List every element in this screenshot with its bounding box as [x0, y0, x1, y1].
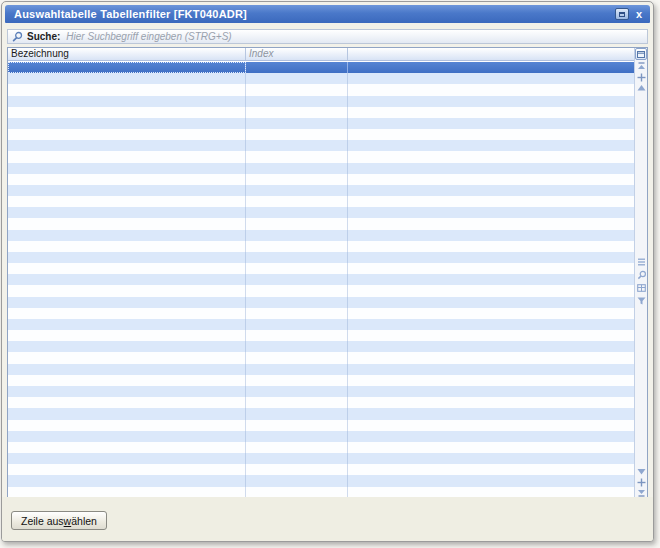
table-cell[interactable]: [8, 84, 246, 95]
table-cell[interactable]: [348, 84, 634, 95]
filter-icon[interactable]: [636, 296, 647, 306]
table-cell[interactable]: [246, 118, 348, 129]
table-cell[interactable]: [8, 274, 246, 285]
table-row[interactable]: [8, 107, 634, 118]
table-row[interactable]: [8, 308, 634, 319]
table-cell[interactable]: [8, 352, 246, 363]
table-cell[interactable]: [246, 453, 348, 464]
table-row[interactable]: [8, 274, 634, 285]
scroll-to-top-icon[interactable]: [636, 61, 647, 71]
table-cell[interactable]: [8, 62, 246, 73]
table-cell[interactable]: [246, 230, 348, 241]
table-cell[interactable]: [246, 431, 348, 442]
table-cell[interactable]: [348, 241, 634, 252]
table-row[interactable]: [8, 319, 634, 330]
table-cell[interactable]: [8, 408, 246, 419]
table-cell[interactable]: [246, 163, 348, 174]
table-cell[interactable]: [8, 163, 246, 174]
table-cell[interactable]: [246, 241, 348, 252]
table-row[interactable]: [8, 453, 634, 464]
table-cell[interactable]: [246, 464, 348, 475]
table-cell[interactable]: [348, 263, 634, 274]
table-row[interactable]: [8, 285, 634, 296]
table-cell[interactable]: [348, 308, 634, 319]
scroll-rail[interactable]: [634, 48, 647, 498]
table-cell[interactable]: [348, 174, 634, 185]
table-cell[interactable]: [246, 174, 348, 185]
table-row[interactable]: [8, 442, 634, 453]
table-cell[interactable]: [8, 151, 246, 162]
table-cell[interactable]: [8, 431, 246, 442]
table-cell[interactable]: [348, 475, 634, 486]
table-cell[interactable]: [8, 129, 246, 140]
table-cell[interactable]: [8, 386, 246, 397]
table-row[interactable]: [8, 364, 634, 375]
table-cell[interactable]: [8, 475, 246, 486]
table-cell[interactable]: [8, 196, 246, 207]
table-cell[interactable]: [348, 207, 634, 218]
table-cell[interactable]: [8, 118, 246, 129]
table-cell[interactable]: [348, 129, 634, 140]
table-cell[interactable]: [348, 163, 634, 174]
table-cell[interactable]: [348, 397, 634, 408]
table-cell[interactable]: [246, 207, 348, 218]
table-cell[interactable]: [246, 96, 348, 107]
table-cell[interactable]: [246, 319, 348, 330]
table-cell[interactable]: [348, 118, 634, 129]
table-row[interactable]: [8, 386, 634, 397]
table-cell[interactable]: [348, 375, 634, 386]
table-cell[interactable]: [348, 386, 634, 397]
close-button[interactable]: x: [636, 8, 642, 20]
table-cell[interactable]: [8, 442, 246, 453]
table-cell[interactable]: [8, 285, 246, 296]
table-cell[interactable]: [246, 84, 348, 95]
table-row[interactable]: [8, 252, 634, 263]
title-bar[interactable]: Auswahltabelle Tabellenfilter [FKT040ADR…: [5, 5, 650, 23]
table-cell[interactable]: [348, 352, 634, 363]
table-row[interactable]: [8, 140, 634, 151]
table-cell[interactable]: [246, 129, 348, 140]
table-cell[interactable]: [348, 464, 634, 475]
table-cell[interactable]: [348, 218, 634, 229]
table-cell[interactable]: [246, 341, 348, 352]
table-cell[interactable]: [8, 330, 246, 341]
table-cell[interactable]: [246, 107, 348, 118]
table-cell[interactable]: [8, 297, 246, 308]
table-row[interactable]: [8, 464, 634, 475]
rail-search-icon[interactable]: [636, 270, 647, 280]
column-header-bezeichnung[interactable]: Bezeichnung: [8, 48, 246, 60]
table-cell[interactable]: [246, 62, 348, 73]
select-row-button[interactable]: Zeile auswählen: [11, 511, 107, 530]
table-row[interactable]: [8, 230, 634, 241]
table-cell[interactable]: [348, 319, 634, 330]
table-cell[interactable]: [8, 241, 246, 252]
table-cell[interactable]: [348, 196, 634, 207]
table-row[interactable]: [8, 475, 634, 486]
table-cell[interactable]: [246, 352, 348, 363]
table-cell[interactable]: [246, 375, 348, 386]
table-cell[interactable]: [246, 218, 348, 229]
table-cell[interactable]: [246, 386, 348, 397]
table-cell[interactable]: [8, 96, 246, 107]
table-cell[interactable]: [246, 442, 348, 453]
table-cell[interactable]: [8, 218, 246, 229]
table-row[interactable]: [8, 431, 634, 442]
table-cell[interactable]: [8, 397, 246, 408]
table-row[interactable]: [8, 420, 634, 431]
table-cell[interactable]: [246, 475, 348, 486]
table-cell[interactable]: [8, 107, 246, 118]
table-cell[interactable]: [8, 252, 246, 263]
table-row[interactable]: [8, 375, 634, 386]
table-cell[interactable]: [348, 453, 634, 464]
table-row[interactable]: [8, 263, 634, 274]
table-cell[interactable]: [348, 285, 634, 296]
table-row[interactable]: [8, 397, 634, 408]
step-up-icon[interactable]: [636, 83, 647, 93]
table-cell[interactable]: [246, 274, 348, 285]
table-cell[interactable]: [8, 464, 246, 475]
table-cell[interactable]: [246, 397, 348, 408]
table-cell[interactable]: [8, 73, 246, 84]
table-cell[interactable]: [246, 263, 348, 274]
table-row[interactable]: [8, 241, 634, 252]
table-row[interactable]: [8, 163, 634, 174]
